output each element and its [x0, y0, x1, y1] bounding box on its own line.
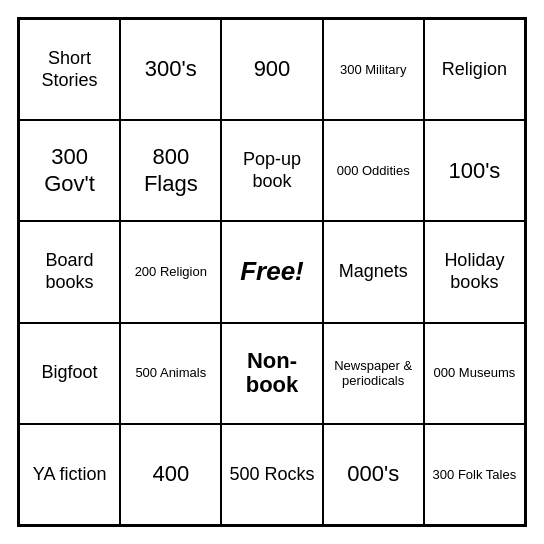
bingo-cell-r0c2[interactable]: 900	[221, 19, 322, 120]
bingo-cell-r3c0[interactable]: Bigfoot	[19, 323, 120, 424]
bingo-cell-r1c0[interactable]: 300 Gov't	[19, 120, 120, 221]
bingo-cell-r3c4[interactable]: 000 Museums	[424, 323, 525, 424]
bingo-cell-r0c3[interactable]: 300 Military	[323, 19, 424, 120]
bingo-cell-r1c4[interactable]: 100's	[424, 120, 525, 221]
bingo-cell-r4c4[interactable]: 300 Folk Tales	[424, 424, 525, 525]
bingo-cell-r2c3[interactable]: Magnets	[323, 221, 424, 322]
bingo-cell-r4c3[interactable]: 000's	[323, 424, 424, 525]
bingo-cell-r3c2[interactable]: Non-book	[221, 323, 322, 424]
bingo-cell-r2c2[interactable]: Free!	[221, 221, 322, 322]
bingo-board: Short Stories300's900300 MilitaryReligio…	[17, 17, 527, 527]
bingo-cell-r0c4[interactable]: Religion	[424, 19, 525, 120]
bingo-cell-r0c0[interactable]: Short Stories	[19, 19, 120, 120]
bingo-cell-r3c3[interactable]: Newspaper & periodicals	[323, 323, 424, 424]
bingo-cell-r2c4[interactable]: Holiday books	[424, 221, 525, 322]
bingo-cell-r3c1[interactable]: 500 Animals	[120, 323, 221, 424]
bingo-cell-r1c2[interactable]: Pop-up book	[221, 120, 322, 221]
bingo-cell-r1c1[interactable]: 800 Flags	[120, 120, 221, 221]
bingo-cell-r4c0[interactable]: YA fiction	[19, 424, 120, 525]
bingo-cell-r0c1[interactable]: 300's	[120, 19, 221, 120]
bingo-cell-r1c3[interactable]: 000 Oddities	[323, 120, 424, 221]
bingo-cell-r2c0[interactable]: Board books	[19, 221, 120, 322]
bingo-cell-r4c2[interactable]: 500 Rocks	[221, 424, 322, 525]
bingo-cell-r2c1[interactable]: 200 Religion	[120, 221, 221, 322]
bingo-cell-r4c1[interactable]: 400	[120, 424, 221, 525]
